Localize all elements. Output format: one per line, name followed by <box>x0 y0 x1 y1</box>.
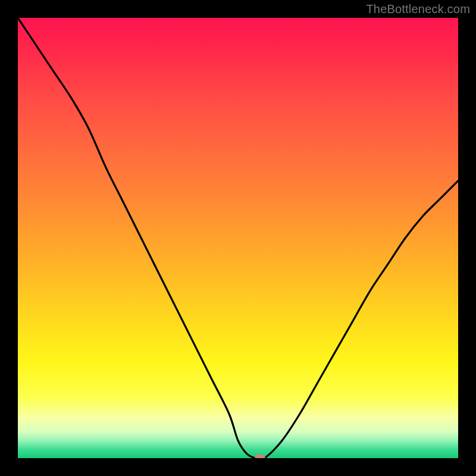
bottleneck-curve <box>18 18 458 458</box>
chart-frame: TheBottleneck.com <box>0 0 476 476</box>
optimum-marker <box>255 455 265 458</box>
watermark-text: TheBottleneck.com <box>366 2 470 16</box>
plot-area <box>18 18 458 458</box>
